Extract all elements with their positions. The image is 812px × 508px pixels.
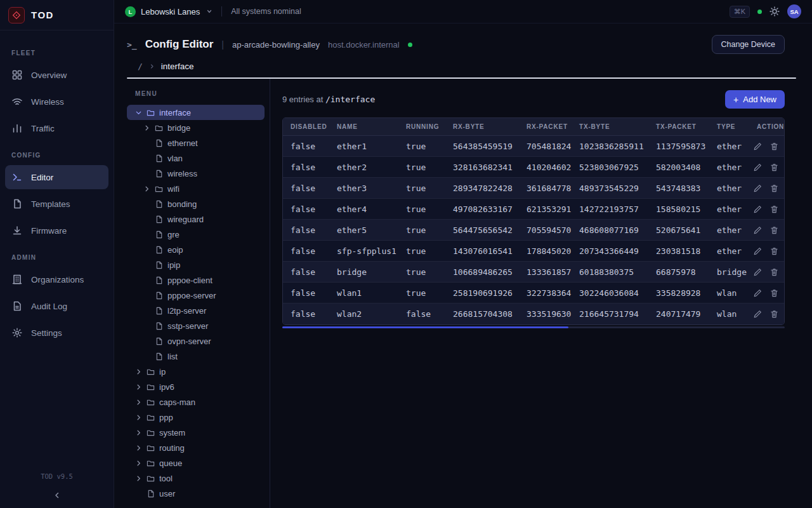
delete-trash-icon[interactable]: [770, 268, 778, 276]
horizontal-scrollbar[interactable]: [282, 326, 785, 328]
table-row[interactable]: falsesfp-sfpplus1true1430760165411788450…: [283, 241, 784, 262]
edit-pencil-icon[interactable]: [754, 184, 762, 192]
scrollbar-thumb[interactable]: [282, 326, 568, 328]
sidebar-item-organizations[interactable]: Organizations: [5, 267, 108, 291]
sidebar-item-settings[interactable]: Settings: [5, 321, 108, 345]
edit-pencil-icon[interactable]: [754, 310, 762, 318]
tree-item-user[interactable]: user: [127, 486, 265, 501]
tree-item-gre[interactable]: gre: [127, 227, 265, 242]
cell-tx-packet: 158580215: [648, 204, 709, 214]
topbar: L Lebowski Lanes All systems nominal ⌘K …: [114, 0, 812, 23]
tree-item-label: l2tp-server: [167, 306, 206, 316]
delete-trash-icon[interactable]: [770, 289, 778, 297]
tree-item-bonding[interactable]: bonding: [127, 196, 265, 211]
edit-pencil-icon[interactable]: [754, 247, 762, 255]
sidebar-item-overview[interactable]: Overview: [5, 63, 108, 87]
content-header: 9 entries at /interface +Add New: [282, 90, 785, 109]
chevron-right-icon: [135, 399, 142, 406]
tree-item-eoip[interactable]: eoip: [127, 242, 265, 257]
tree-item-system[interactable]: system: [127, 425, 265, 440]
tree-item-ipip[interactable]: ipip: [127, 257, 265, 272]
tree-item-label: ovpn-server: [167, 337, 211, 346]
cell-running: true: [398, 246, 445, 256]
cell-type: ether: [709, 204, 749, 214]
tree-item-caps-man[interactable]: caps-man: [127, 394, 265, 410]
change-device-button[interactable]: Change Device: [712, 35, 785, 54]
tree-item-sstp-server[interactable]: sstp-server: [127, 318, 265, 333]
tree-item-label: queue: [159, 458, 182, 468]
table-row[interactable]: falseether4true4970826331676213532911427…: [283, 199, 784, 220]
edit-pencil-icon[interactable]: [754, 142, 762, 150]
table-row[interactable]: falseether2true3281636823414102046025238…: [283, 157, 784, 178]
user-avatar[interactable]: SA: [787, 4, 801, 18]
tree-item-interface[interactable]: interface: [127, 105, 265, 120]
table-row[interactable]: falsewlan2false2668157043083335196302166…: [283, 304, 784, 324]
tree-item-list[interactable]: list: [127, 349, 265, 364]
delete-trash-icon[interactable]: [770, 247, 778, 255]
table-row[interactable]: falsewlan1true25819069192632273836430224…: [283, 283, 784, 304]
table-row[interactable]: falseether3true2893478224283616847784893…: [283, 178, 784, 199]
sidebar-collapse-button[interactable]: [0, 483, 114, 508]
table-row[interactable]: falseether5true5644756565427055945704686…: [283, 220, 784, 241]
sidebar-item-label: Firmware: [31, 226, 67, 236]
tree-item-bridge[interactable]: bridge: [127, 120, 265, 135]
sidebar-item-editor[interactable]: Editor: [5, 165, 108, 189]
delete-trash-icon[interactable]: [770, 226, 778, 234]
tree-item-queue[interactable]: queue: [127, 455, 265, 471]
sidebar-item-label: Overview: [31, 70, 67, 80]
tree-item-tool[interactable]: tool: [127, 471, 265, 486]
command-palette-shortcut[interactable]: ⌘K: [730, 6, 750, 18]
sidebar-item-templates[interactable]: Templates: [5, 192, 108, 216]
org-switcher[interactable]: L Lebowski Lanes: [125, 6, 213, 17]
sidebar-item-wireless[interactable]: Wireless: [5, 90, 108, 114]
tree-item-ovpn-server[interactable]: ovpn-server: [127, 333, 265, 349]
cell-tx-byte: 468608077169: [572, 225, 648, 235]
tree-item-routing[interactable]: routing: [127, 440, 265, 455]
tree-item-wireless[interactable]: wireless: [127, 166, 265, 181]
add-new-button[interactable]: +Add New: [725, 90, 785, 109]
tree-item-ppp[interactable]: ppp: [127, 410, 265, 425]
sidebar-item-audit-log[interactable]: Audit Log: [5, 294, 108, 318]
cell-rx-byte: 289347822428: [445, 184, 519, 193]
chevron-right-icon: [135, 475, 142, 482]
cell-rx-byte: 143076016541: [445, 246, 519, 256]
row-actions: [749, 142, 784, 150]
file-icon: [155, 246, 163, 254]
table-header-row: DISABLEDNAMERUNNINGRX-BYTERX-PACKETTX-BY…: [283, 118, 784, 136]
tree-item-pppoe-client[interactable]: pppoe-client: [127, 272, 265, 288]
chevron-right-icon: [143, 185, 150, 192]
delete-trash-icon[interactable]: [770, 205, 778, 213]
breadcrumb-root[interactable]: /: [138, 62, 143, 71]
sidebar-item-firmware[interactable]: Firmware: [5, 218, 108, 243]
cell-tx-packet: 335828928: [648, 288, 709, 298]
edit-pencil-icon[interactable]: [754, 205, 762, 213]
folder-icon: [147, 398, 155, 406]
sidebar-item-traffic[interactable]: Traffic: [5, 116, 108, 140]
delete-trash-icon[interactable]: [770, 184, 778, 192]
delete-trash-icon[interactable]: [770, 163, 778, 171]
edit-pencil-icon[interactable]: [754, 268, 762, 276]
tree-item-wifi[interactable]: wifi: [127, 181, 265, 196]
edit-pencil-icon[interactable]: [754, 226, 762, 234]
cell-tx-packet: 520675641: [648, 225, 709, 235]
tree-item-l2tp-server[interactable]: l2tp-server: [127, 303, 265, 318]
table-row[interactable]: falsebridgetrue1066894862651333618576018…: [283, 262, 784, 283]
chevron-right-icon: [135, 368, 142, 375]
theme-toggle-sun-icon[interactable]: [769, 6, 780, 17]
edit-pencil-icon[interactable]: [754, 163, 762, 171]
edit-pencil-icon[interactable]: [754, 289, 762, 297]
terminal-icon: [11, 171, 23, 183]
tree-item-wireguard[interactable]: wireguard: [127, 211, 265, 227]
device-name: ap-arcade-bowling-alley: [232, 40, 320, 50]
tree-item-vlan[interactable]: vlan: [127, 150, 265, 166]
tree-item-ipv6[interactable]: ipv6: [127, 379, 265, 394]
tree-item-label: ip: [159, 367, 166, 377]
column-header-type: TYPE: [709, 123, 749, 130]
delete-trash-icon[interactable]: [770, 142, 778, 150]
tree-item-ip[interactable]: ip: [127, 364, 265, 379]
delete-trash-icon[interactable]: [770, 310, 778, 318]
app-version: TOD v9.5: [0, 469, 114, 483]
tree-item-ethernet[interactable]: ethernet: [127, 135, 265, 150]
table-row[interactable]: falseether1true5643854595197054818241023…: [283, 136, 784, 157]
tree-item-pppoe-server[interactable]: pppoe-server: [127, 288, 265, 303]
